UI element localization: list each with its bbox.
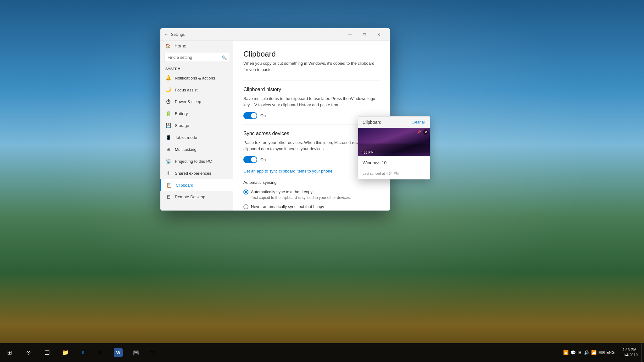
taskbar-app-gamebar[interactable]: 🎮 [127, 343, 145, 362]
search-input[interactable] [164, 53, 229, 62]
sidebar-item-shared[interactable]: ✳ Shared experiences [160, 167, 233, 179]
history-section-title: Clipboard history [243, 87, 380, 92]
home-icon: 🏠 [165, 43, 171, 48]
taskbar-app-word[interactable]: W [109, 343, 127, 362]
search-taskbar-icon: ⊙ [26, 349, 31, 356]
edge-icon: e [79, 348, 87, 357]
clipboard-image-time: 4:56 PM [361, 151, 374, 154]
task-view-button[interactable]: ❑ [38, 343, 57, 362]
sync-toggle[interactable] [243, 156, 257, 163]
chat-icon[interactable]: 💬 [570, 350, 576, 355]
clipboard-sync-text: Last synced at 4:54 PM [363, 172, 425, 175]
radio-never-sync-label: Never automatically sync text that I cop… [251, 204, 324, 209]
radio-group: Automatically sync text that I copy Text… [243, 189, 380, 211]
clipboard-clear-button[interactable]: Clear all [412, 120, 425, 124]
display-icon[interactable]: 🖥 [578, 350, 582, 355]
maximize-button[interactable]: □ [357, 28, 372, 41]
projecting-icon: 📡 [165, 158, 171, 164]
sync-phone-link[interactable]: Get an app to sync clipboard items to yo… [243, 169, 332, 173]
page-title: Clipboard [243, 50, 380, 58]
keyboard-icon[interactable]: ⌨ [598, 350, 605, 355]
clipboard-item-close-button[interactable]: ✕ [423, 129, 429, 135]
window-title: Settings [171, 32, 185, 37]
taskbar-clock[interactable]: 4:56 PM 11/4/2019 [617, 347, 641, 358]
sync-toggle-label: On [260, 157, 266, 162]
taskbar-app-store[interactable]: 🛍 [145, 343, 162, 362]
volume-icon[interactable]: 🔊 [584, 350, 589, 355]
desktop: ← Settings ─ □ ✕ 🏠 Home 🔍 System [0, 0, 644, 362]
shared-icon: ✳ [165, 170, 171, 176]
radio-label-auto: Automatically sync text that I copy [243, 189, 380, 195]
sidebar-home-label: Home [175, 43, 186, 48]
taskbar-app-settings[interactable]: ⚙ [92, 343, 109, 362]
sidebar-item-tablet[interactable]: 📱 Tablet mode [160, 131, 233, 143]
gamebar-icon: 🎮 [131, 348, 140, 357]
start-button[interactable]: ⊞ [0, 343, 19, 362]
file-explorer-icon: 📁 [61, 348, 70, 357]
show-desktop-button[interactable] [641, 343, 644, 362]
settings-taskbar-icon: ⚙ [96, 348, 105, 357]
sidebar-item-multitasking[interactable]: ⊞ Multitasking [160, 143, 233, 155]
sidebar-item-battery[interactable]: 🔋 Battery [160, 107, 233, 119]
radio-auto-sync[interactable] [243, 189, 248, 195]
radio-label-never: Never automatically sync text that I cop… [243, 204, 380, 209]
sidebar-item-notifications[interactable]: 🔔 Notifications & actions [160, 72, 233, 84]
store-icon: 🛍 [149, 348, 158, 357]
notifications-icon: 🔔 [165, 75, 171, 81]
minimize-button[interactable]: ─ [343, 28, 357, 41]
taskbar-right: 🔼 💬 🖥 🔊 📶 ⌨ ENG 4:56 PM 11/4/2019 [561, 343, 644, 362]
clipboard-text-item[interactable]: Windows 10 Last synced at 4:54 PM [358, 156, 430, 179]
clipboard-image-item[interactable]: 4:56 PM ✕ 📌 [358, 128, 430, 156]
multitasking-icon: ⊞ [165, 146, 171, 152]
back-arrow-icon[interactable]: ← [164, 32, 169, 37]
storage-icon: 💾 [165, 123, 171, 128]
taskbar-app-edge[interactable]: e [74, 343, 92, 362]
sidebar-item-projecting-label: Projecting to this PC [175, 159, 212, 164]
clipboard-sidebar-icon: 📋 [166, 182, 172, 188]
power-icon: ⏻ [165, 99, 171, 104]
word-icon: W [114, 348, 123, 357]
remote-icon: 🖥 [165, 194, 171, 200]
clipboard-popup-title: Clipboard [363, 120, 381, 125]
taskbar-left: ⊞ ⊙ ❑ 📁 e ⚙ W 🎮 [0, 343, 162, 362]
tablet-icon: 📱 [165, 134, 171, 140]
battery-icon: 🔋 [165, 111, 171, 116]
auto-sync-title: Automatic syncing [243, 179, 380, 186]
sidebar-item-focus[interactable]: 🌙 Focus assist [160, 84, 233, 96]
settings-window: ← Settings ─ □ ✕ 🏠 Home 🔍 System [160, 28, 390, 211]
sidebar-item-storage[interactable]: 💾 Storage [160, 119, 233, 131]
sidebar-item-shared-label: Shared experiences [175, 171, 211, 176]
sidebar-item-projecting[interactable]: 📡 Projecting to this PC [160, 155, 233, 167]
sidebar-home-item[interactable]: 🏠 Home [160, 41, 233, 51]
sidebar-item-focus-label: Focus assist [175, 88, 197, 92]
clipboard-popup: Clipboard Clear all 4:56 PM ✕ 📌 Windows … [358, 116, 430, 179]
sidebar-item-notifications-label: Notifications & actions [175, 76, 215, 80]
focus-icon: 🌙 [165, 87, 171, 93]
radio-auto-sync-sublabel: Text copied to the clipboard is synced t… [251, 195, 380, 200]
sidebar-item-remote[interactable]: 🖥 Remote Desktop [160, 191, 233, 203]
search-button[interactable]: ⊙ [19, 343, 38, 362]
clipboard-popup-header: Clipboard Clear all [358, 117, 430, 128]
clipboard-text-title: Windows 10 [363, 160, 425, 165]
radio-never-sync[interactable] [243, 204, 248, 209]
close-button[interactable]: ✕ [372, 28, 386, 41]
history-toggle[interactable] [243, 112, 257, 119]
sidebar-search-container: 🔍 [164, 53, 229, 62]
radio-auto-sync-label: Automatically sync text that I copy [251, 189, 313, 194]
chevron-up-icon[interactable]: 🔼 [563, 350, 569, 355]
radio-never-sync-sublabel: Open clipboard history (Windows logo key… [251, 210, 380, 211]
sidebar-section-label: System [160, 64, 233, 72]
sidebar-item-clipboard-label: Clipboard [176, 183, 193, 188]
taskbar-app-file-explorer[interactable]: 📁 [57, 343, 74, 362]
sidebar-item-clipboard[interactable]: 📋 Clipboard [160, 179, 233, 191]
network-icon[interactable]: 📶 [591, 350, 597, 355]
page-subtitle: When you copy or cut something in Window… [243, 60, 380, 73]
sidebar-item-storage-label: Storage [175, 123, 189, 128]
divider-1 [243, 80, 380, 80]
lang-indicator[interactable]: ENG [607, 350, 615, 355]
sidebar-item-power[interactable]: ⏻ Power & sleep [160, 96, 233, 107]
clipboard-item-pin-button[interactable]: 📌 [416, 129, 422, 135]
sidebar-item-power-label: Power & sleep [175, 99, 201, 104]
window-titlebar: ← Settings ─ □ ✕ [160, 28, 390, 41]
sidebar-item-battery-label: Battery [175, 111, 188, 116]
